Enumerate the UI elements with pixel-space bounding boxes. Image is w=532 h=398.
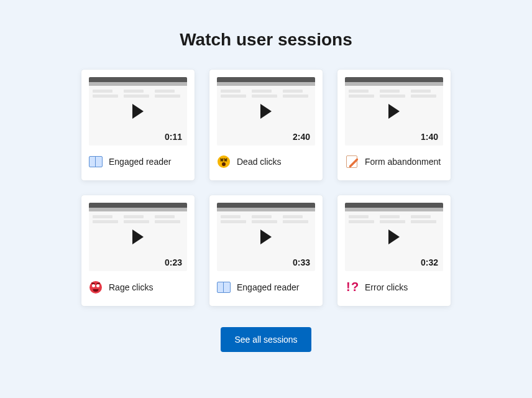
session-card[interactable]: 0:33 Engaged reader xyxy=(209,195,323,306)
session-card[interactable]: 1:40 Form abandonment xyxy=(337,70,451,180)
session-tag: Error clicks xyxy=(345,280,443,295)
form-icon xyxy=(345,155,359,169)
session-thumbnail: 2:40 xyxy=(217,77,315,146)
play-icon xyxy=(388,229,400,244)
session-tag: Engaged reader xyxy=(89,154,187,169)
session-tag-label: Engaged reader xyxy=(109,156,171,167)
play-icon xyxy=(260,229,272,244)
book-icon xyxy=(217,280,231,294)
rage-face-icon xyxy=(89,280,103,294)
session-tag-label: Rage clicks xyxy=(109,282,154,293)
session-tag: Rage clicks xyxy=(89,280,187,295)
session-duration: 2:40 xyxy=(293,132,310,142)
session-tag: Engaged reader xyxy=(217,280,315,295)
play-icon xyxy=(132,104,144,119)
error-icon xyxy=(345,280,359,294)
see-all-sessions-button[interactable]: See all sessions xyxy=(221,327,311,352)
session-tag-label: Engaged reader xyxy=(237,282,299,293)
book-icon xyxy=(89,155,103,169)
session-card[interactable]: 0:11 Engaged reader xyxy=(81,70,195,180)
play-icon xyxy=(260,104,272,119)
page-title: Watch user sessions xyxy=(180,30,352,50)
session-duration: 0:11 xyxy=(165,132,182,142)
session-thumbnail: 0:23 xyxy=(89,203,187,271)
session-card[interactable]: 2:40 Dead clicks xyxy=(209,70,323,180)
session-duration: 0:32 xyxy=(421,257,438,267)
session-thumbnail: 0:32 xyxy=(345,203,443,271)
session-thumbnail: 1:40 xyxy=(345,77,443,146)
session-card[interactable]: 0:32 Error clicks xyxy=(337,195,451,306)
session-tag: Form abandonment xyxy=(345,154,443,169)
session-tag-label: Form abandonment xyxy=(365,156,441,167)
dead-face-icon xyxy=(217,155,231,169)
session-card[interactable]: 0:23 Rage clicks xyxy=(81,195,195,306)
play-icon xyxy=(132,229,144,244)
session-grid: 0:11 Engaged reader 2:40 Dead clicks xyxy=(81,70,451,306)
session-duration: 0:23 xyxy=(165,257,182,267)
session-duration: 1:40 xyxy=(421,132,438,142)
session-thumbnail: 0:11 xyxy=(89,77,187,146)
session-tag-label: Error clicks xyxy=(365,282,408,293)
play-icon xyxy=(388,104,400,119)
session-thumbnail: 0:33 xyxy=(217,203,315,271)
session-duration: 0:33 xyxy=(293,257,310,267)
session-tag-label: Dead clicks xyxy=(237,156,282,167)
session-tag: Dead clicks xyxy=(217,154,315,169)
